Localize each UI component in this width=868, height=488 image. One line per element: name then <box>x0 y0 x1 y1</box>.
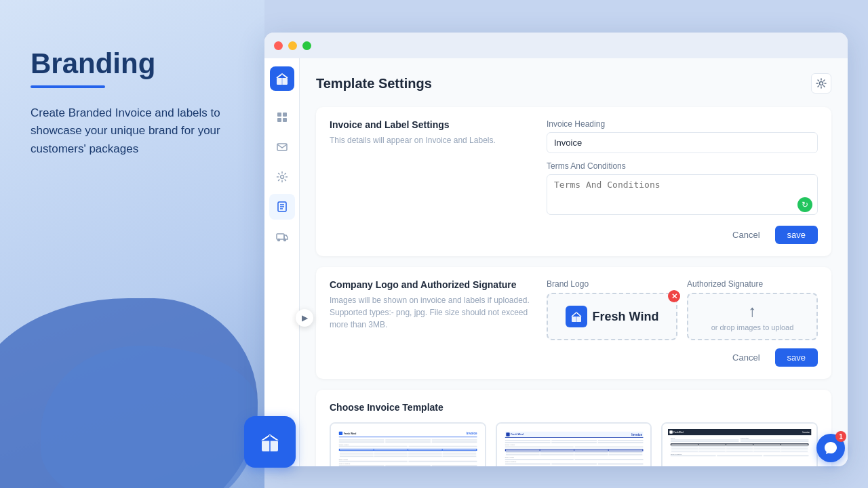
mini-invoice-2: Fresh Wind Invoice Delivery Address <box>502 429 646 466</box>
svg-rect-15 <box>277 234 284 239</box>
section-left-invoice: Invoice and Label Settings This details … <box>330 119 533 244</box>
chat-badge: 1 <box>835 431 846 442</box>
svg-point-10 <box>280 176 283 179</box>
template-section-title: Choose Invoice Template <box>330 402 818 413</box>
svg-rect-7 <box>277 118 281 122</box>
svg-point-16 <box>277 239 279 241</box>
logo-sig-row: Brand Logo <box>547 279 818 340</box>
template-inner-2: Fresh Wind Invoice Delivery Address <box>497 424 651 466</box>
scroll-arrow-button[interactable]: ▶ <box>296 309 313 327</box>
gear-button[interactable] <box>811 73 831 94</box>
brand-logo-area: Brand Logo <box>547 279 677 340</box>
invoice-cancel-button[interactable]: Cancel <box>723 226 769 244</box>
refresh-icon[interactable]: ↻ <box>797 197 812 212</box>
logo-section-title: Company Logo and Authorized Signature <box>330 279 533 290</box>
bottom-box-icon[interactable] <box>244 416 296 468</box>
terms-field: Terms And Conditions ↻ <box>547 161 818 218</box>
section-right-logo: Brand Logo <box>547 279 818 367</box>
svg-rect-9 <box>277 144 287 150</box>
delivery-icon <box>276 230 288 243</box>
settings-icon <box>276 171 288 183</box>
section-right-invoice: Invoice Heading Terms And Conditions ↻ C… <box>547 119 818 244</box>
authorized-sig-box[interactable]: ↑ or drop images to upload <box>687 293 818 340</box>
invoice-section-desc: This details will appear on Invoice and … <box>330 134 533 146</box>
window-body: Template Settings Invoice and Label Sett… <box>264 58 848 466</box>
left-panel: Branding Create Branded Invoice and labe… <box>31 47 234 158</box>
sidebar-item-settings[interactable] <box>269 164 295 190</box>
invoice-label-section: Invoice and Label Settings This details … <box>316 107 831 256</box>
template-inner-1: Fresh Wind Invoice Delivery Address <box>331 424 485 466</box>
terms-label: Terms And Conditions <box>547 161 818 171</box>
brand-logo-label: Brand Logo <box>547 279 677 289</box>
svg-rect-5 <box>277 113 281 117</box>
authorized-sig-label: Authorized Signature <box>687 279 818 289</box>
page-icon <box>276 201 288 213</box>
logo-sig-section: Company Logo and Authorized Signature Im… <box>316 267 831 379</box>
invoice-section-title: Invoice and Label Settings <box>330 119 533 130</box>
template-section: Choose Invoice Template Fresh Wind <box>316 390 831 466</box>
invoice-btn-row: Cancel save <box>547 226 818 244</box>
svg-point-18 <box>820 82 823 85</box>
logo-content: Fresh Wind <box>566 306 659 327</box>
page-title: Template Settings <box>316 76 432 92</box>
invoice-heading-label: Invoice Heading <box>547 119 818 129</box>
invoice-heading-input[interactable] <box>547 132 818 153</box>
sidebar-item-mail[interactable] <box>269 134 295 160</box>
template-thumb-2[interactable]: Fresh Wind Invoice Delivery Address <box>496 422 652 466</box>
mini-invoice-1: Fresh Wind Invoice Delivery Address <box>336 429 479 466</box>
upload-arrow-icon: ↑ <box>749 302 757 321</box>
invoice-heading-field: Invoice Heading <box>547 119 818 153</box>
title-underline <box>31 85 105 88</box>
chat-bubble[interactable]: 1 <box>816 434 845 462</box>
sidebar <box>264 58 300 466</box>
sidebar-logo[interactable] <box>270 66 294 91</box>
invoice-save-button[interactable]: save <box>775 226 818 244</box>
logo-icon-circle <box>566 306 587 327</box>
terms-textarea-wrapper: ↻ <box>547 174 818 218</box>
titlebar <box>264 33 848 58</box>
main-window: Template Settings Invoice and Label Sett… <box>264 33 848 466</box>
template-row: Fresh Wind Invoice Delivery Address <box>330 422 818 466</box>
svg-rect-8 <box>283 118 287 122</box>
close-button[interactable] <box>274 41 283 50</box>
logo-btn-row: Cancel save <box>547 348 818 367</box>
template-inner-3: Fresh Wind Invoice Ship To <box>663 424 816 466</box>
remove-logo-badge[interactable]: ✕ <box>668 290 680 302</box>
page-header: Template Settings <box>316 73 831 94</box>
mail-icon <box>276 141 288 153</box>
template-thumb-1[interactable]: Fresh Wind Invoice Delivery Address <box>330 422 486 466</box>
dashboard-icon <box>276 111 288 123</box>
template-thumb-3[interactable]: Fresh Wind Invoice Ship To <box>661 422 818 466</box>
mini-invoice-3: Fresh Wind Invoice Ship To <box>668 429 811 466</box>
maximize-button[interactable] <box>302 41 311 50</box>
branding-title: Branding <box>31 47 234 80</box>
sidebar-item-dashboard[interactable] <box>269 104 295 130</box>
main-content: Template Settings Invoice and Label Sett… <box>300 58 848 466</box>
svg-point-17 <box>283 239 285 241</box>
logo-section-desc: Images will be shown on invoice and labe… <box>330 294 533 331</box>
authorized-sig-area: Authorized Signature ↑ or drop images to… <box>687 279 818 340</box>
logo-icon <box>275 71 290 86</box>
minimize-button[interactable] <box>288 41 297 50</box>
branding-description: Create Branded Invoice and labels to sho… <box>31 104 234 158</box>
brand-logo-box[interactable]: Fresh Wind ✕ <box>547 293 677 340</box>
terms-textarea[interactable] <box>547 174 818 215</box>
sidebar-item-delivery[interactable] <box>269 224 295 249</box>
logo-text: Fresh Wind <box>593 310 659 324</box>
logo-save-button[interactable]: save <box>775 348 818 367</box>
section-left-logo: Company Logo and Authorized Signature Im… <box>330 279 533 367</box>
svg-rect-6 <box>283 113 287 117</box>
upload-text: or drop images to upload <box>711 323 794 331</box>
chat-icon <box>823 441 838 455</box>
gear-icon <box>816 78 827 89</box>
sidebar-item-page[interactable] <box>269 194 295 220</box>
box-icon <box>256 428 283 455</box>
logo-cancel-button[interactable]: Cancel <box>723 348 769 367</box>
package-icon <box>570 310 583 323</box>
